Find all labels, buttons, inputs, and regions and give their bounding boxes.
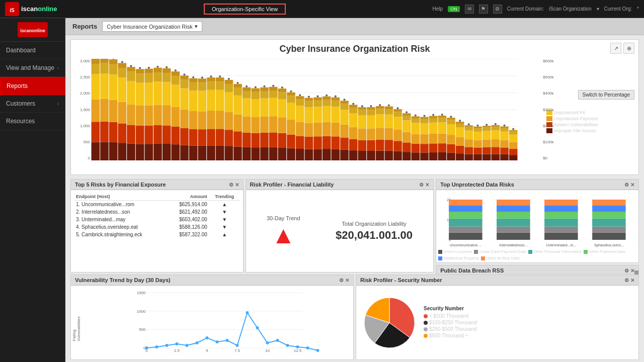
unprotected-bar[interactable] bbox=[544, 206, 578, 212]
bar-segment[interactable] bbox=[233, 115, 242, 131]
bar-segment[interactable] bbox=[313, 136, 322, 149]
bar-segment[interactable] bbox=[260, 147, 269, 160]
bar-segment[interactable] bbox=[136, 73, 144, 82]
bar-segment[interactable] bbox=[153, 72, 162, 81]
bar-segment[interactable] bbox=[376, 106, 384, 109]
unprotected-bar[interactable] bbox=[497, 219, 530, 227]
bar-segment[interactable] bbox=[393, 112, 402, 117]
unprotected-bar[interactable] bbox=[544, 200, 578, 206]
bar-segment[interactable] bbox=[225, 130, 233, 146]
security-close-icon[interactable]: ✕ bbox=[630, 278, 634, 283]
bar-segment[interactable] bbox=[429, 134, 438, 143]
bar-segment[interactable] bbox=[465, 147, 473, 154]
bar-segment[interactable] bbox=[243, 98, 251, 116]
bar-segment[interactable] bbox=[429, 116, 438, 118]
bar-segment[interactable] bbox=[278, 88, 287, 92]
share-icon[interactable]: ↗ bbox=[610, 43, 621, 54]
bar-segment[interactable] bbox=[225, 80, 233, 84]
bar-segment[interactable] bbox=[118, 68, 127, 77]
bar-segment[interactable] bbox=[145, 73, 153, 82]
unprotected-bar[interactable] bbox=[449, 206, 482, 212]
bar-segment[interactable] bbox=[198, 78, 207, 82]
unprotected-bar[interactable] bbox=[449, 212, 482, 219]
switch-percentage-button[interactable]: Switch to Percentage bbox=[578, 90, 635, 100]
bar-segment[interactable] bbox=[323, 106, 331, 122]
bar-segment[interactable] bbox=[216, 77, 224, 81]
bar-segment[interactable] bbox=[127, 125, 135, 143]
bar-segment[interactable] bbox=[376, 151, 384, 160]
unprotected-bar[interactable] bbox=[449, 219, 482, 227]
bar-segment[interactable] bbox=[225, 84, 233, 92]
bar-segment[interactable] bbox=[465, 125, 473, 127]
bar-segment[interactable] bbox=[323, 100, 331, 106]
bar-segment[interactable] bbox=[233, 131, 242, 146]
bar-segment[interactable] bbox=[233, 96, 242, 115]
bar-segment[interactable] bbox=[340, 101, 349, 104]
bar-segment[interactable] bbox=[482, 147, 491, 154]
bar-segment[interactable] bbox=[92, 122, 100, 142]
bar-segment[interactable] bbox=[252, 147, 260, 160]
bar-segment[interactable] bbox=[172, 127, 180, 144]
bar-segment[interactable] bbox=[358, 115, 367, 128]
bar-segment[interactable] bbox=[473, 128, 482, 132]
gear-icon[interactable]: ⚙ bbox=[493, 5, 502, 14]
bar-segment[interactable] bbox=[296, 136, 304, 149]
bar-segment[interactable] bbox=[482, 131, 491, 140]
bar-segment[interactable] bbox=[385, 140, 393, 150]
bar-segment[interactable] bbox=[172, 144, 180, 160]
bar-segment[interactable] bbox=[243, 91, 251, 99]
bar-segment[interactable] bbox=[465, 127, 473, 131]
bar-segment[interactable] bbox=[118, 77, 127, 102]
bar-segment[interactable] bbox=[287, 96, 295, 103]
bar-segment[interactable] bbox=[509, 142, 518, 149]
bar-segment[interactable] bbox=[358, 110, 367, 116]
bar-segment[interactable] bbox=[252, 88, 260, 92]
bar-segment[interactable] bbox=[447, 120, 455, 124]
bar-segment[interactable] bbox=[180, 128, 189, 145]
bar-segment[interactable] bbox=[465, 131, 473, 139]
bar-segment[interactable] bbox=[287, 93, 295, 96]
bar-segment[interactable] bbox=[349, 113, 358, 127]
bar-segment[interactable] bbox=[136, 69, 144, 73]
bar-segment[interactable] bbox=[332, 98, 340, 101]
bar-segment[interactable] bbox=[163, 144, 171, 160]
bar-segment[interactable] bbox=[447, 118, 455, 120]
bar-segment[interactable] bbox=[145, 69, 153, 73]
bar-segment[interactable] bbox=[313, 101, 322, 107]
bar-segment[interactable] bbox=[233, 84, 242, 88]
bar-segment[interactable] bbox=[269, 147, 278, 160]
bar-segment[interactable] bbox=[278, 92, 287, 99]
bar-segment[interactable] bbox=[332, 101, 340, 107]
bar-segment[interactable] bbox=[500, 154, 509, 160]
sidebar-item-dashboard[interactable]: Dashboard bbox=[0, 42, 65, 59]
top5-close-icon[interactable]: ✕ bbox=[235, 182, 239, 188]
unprotected-bar[interactable] bbox=[449, 200, 482, 206]
bar-segment[interactable] bbox=[367, 115, 375, 128]
bar-segment[interactable] bbox=[163, 82, 171, 105]
bar-segment[interactable] bbox=[296, 106, 304, 122]
bar-segment[interactable] bbox=[429, 143, 438, 152]
bar-segment[interactable] bbox=[429, 123, 438, 134]
bar-segment[interactable] bbox=[438, 118, 447, 122]
bar-segment[interactable] bbox=[323, 149, 331, 160]
bar-segment[interactable] bbox=[305, 123, 313, 136]
bar-segment[interactable] bbox=[447, 144, 455, 153]
bar-segment[interactable] bbox=[438, 143, 447, 152]
bar-segment[interactable] bbox=[420, 119, 429, 124]
breach-scrollbar[interactable] bbox=[634, 270, 638, 275]
sidebar-item-resources[interactable]: Resources bbox=[0, 113, 65, 130]
bar-segment[interactable] bbox=[358, 107, 367, 110]
bar-segment[interactable] bbox=[332, 136, 340, 149]
bar-segment[interactable] bbox=[100, 99, 109, 122]
bar-segment[interactable] bbox=[385, 128, 393, 140]
unprotected-bar[interactable] bbox=[592, 227, 626, 233]
bar-segment[interactable] bbox=[420, 117, 429, 119]
bar-segment[interactable] bbox=[136, 83, 144, 106]
bar-segment[interactable] bbox=[127, 144, 135, 160]
bar-segment[interactable] bbox=[153, 105, 162, 125]
top5-settings-icon[interactable]: ⚙ bbox=[229, 182, 233, 188]
bar-segment[interactable] bbox=[420, 124, 429, 135]
bar-segment[interactable] bbox=[207, 77, 215, 81]
bar-segment[interactable] bbox=[172, 71, 180, 76]
org-specific-view-button[interactable]: Organization-Specific View bbox=[204, 4, 286, 15]
